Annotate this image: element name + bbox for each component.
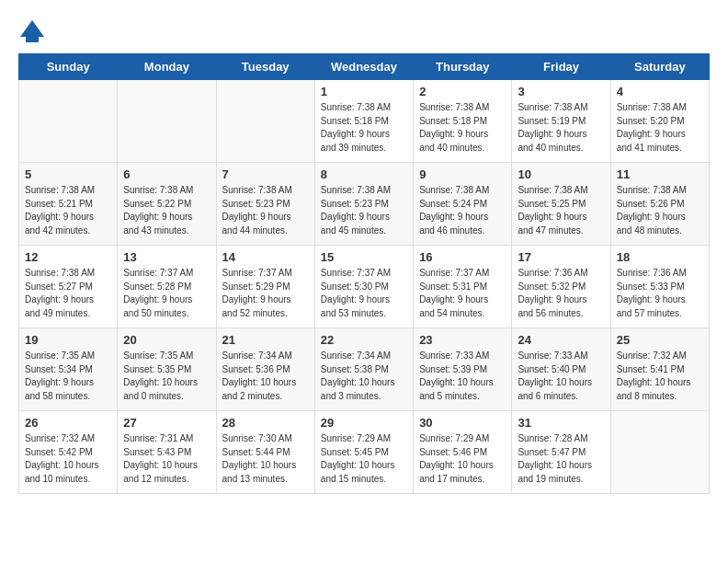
calendar-cell: 27Sunrise: 7:31 AM Sunset: 5:43 PM Dayli…	[118, 411, 216, 494]
calendar-cell: 8Sunrise: 7:38 AM Sunset: 5:23 PM Daylig…	[314, 163, 413, 246]
cell-info: Sunrise: 7:38 AM Sunset: 5:23 PM Dayligh…	[321, 184, 407, 237]
cell-info: Sunrise: 7:35 AM Sunset: 5:35 PM Dayligh…	[123, 350, 210, 403]
week-row-5: 26Sunrise: 7:32 AM Sunset: 5:42 PM Dayli…	[19, 411, 710, 494]
cell-info: Sunrise: 7:38 AM Sunset: 5:22 PM Dayligh…	[123, 184, 210, 237]
day-number: 13	[123, 250, 210, 264]
cell-info: Sunrise: 7:38 AM Sunset: 5:26 PM Dayligh…	[617, 184, 703, 237]
cell-info: Sunrise: 7:32 AM Sunset: 5:41 PM Dayligh…	[617, 350, 703, 403]
cell-info: Sunrise: 7:38 AM Sunset: 5:24 PM Dayligh…	[419, 184, 506, 237]
calendar-cell: 17Sunrise: 7:36 AM Sunset: 5:32 PM Dayli…	[512, 246, 610, 328]
calendar-cell: 9Sunrise: 7:38 AM Sunset: 5:24 PM Daylig…	[414, 163, 512, 246]
header-day-friday: Friday	[512, 54, 610, 80]
cell-info: Sunrise: 7:29 AM Sunset: 5:46 PM Dayligh…	[419, 432, 506, 486]
page-header	[18, 18, 710, 44]
calendar-cell: 12Sunrise: 7:38 AM Sunset: 5:27 PM Dayli…	[19, 246, 118, 328]
calendar-table: SundayMondayTuesdayWednesdayThursdayFrid…	[18, 53, 710, 494]
cell-info: Sunrise: 7:35 AM Sunset: 5:34 PM Dayligh…	[25, 350, 111, 403]
calendar-cell: 7Sunrise: 7:38 AM Sunset: 5:23 PM Daylig…	[216, 163, 314, 246]
day-number: 23	[419, 333, 506, 347]
day-number: 31	[518, 416, 604, 430]
day-number: 7	[222, 167, 309, 181]
day-number: 5	[25, 167, 111, 181]
calendar-cell: 21Sunrise: 7:34 AM Sunset: 5:36 PM Dayli…	[216, 328, 314, 411]
header-day-tuesday: Tuesday	[216, 54, 314, 80]
cell-info: Sunrise: 7:37 AM Sunset: 5:31 PM Dayligh…	[419, 267, 506, 320]
cell-info: Sunrise: 7:36 AM Sunset: 5:33 PM Dayligh…	[617, 267, 703, 320]
calendar-cell: 2Sunrise: 7:38 AM Sunset: 5:18 PM Daylig…	[414, 80, 512, 163]
day-number: 28	[222, 416, 309, 430]
calendar-cell: 28Sunrise: 7:30 AM Sunset: 5:44 PM Dayli…	[216, 411, 314, 494]
calendar-cell: 1Sunrise: 7:38 AM Sunset: 5:18 PM Daylig…	[314, 80, 413, 163]
day-number: 2	[419, 85, 506, 98]
week-row-2: 5Sunrise: 7:38 AM Sunset: 5:21 PM Daylig…	[19, 163, 710, 246]
header-day-monday: Monday	[118, 54, 216, 80]
cell-info: Sunrise: 7:37 AM Sunset: 5:30 PM Dayligh…	[321, 267, 407, 320]
calendar-cell: 26Sunrise: 7:32 AM Sunset: 5:42 PM Dayli…	[19, 411, 118, 494]
cell-info: Sunrise: 7:32 AM Sunset: 5:42 PM Dayligh…	[25, 432, 111, 486]
day-number: 1	[321, 85, 407, 98]
day-number: 16	[419, 250, 506, 264]
cell-info: Sunrise: 7:36 AM Sunset: 5:32 PM Dayligh…	[518, 267, 604, 320]
day-number: 22	[321, 333, 407, 347]
header-row: SundayMondayTuesdayWednesdayThursdayFrid…	[19, 54, 710, 80]
day-number: 24	[518, 333, 604, 347]
calendar-cell	[118, 80, 216, 163]
day-number: 26	[25, 416, 111, 430]
calendar-cell: 18Sunrise: 7:36 AM Sunset: 5:33 PM Dayli…	[610, 246, 709, 328]
calendar-cell: 4Sunrise: 7:38 AM Sunset: 5:20 PM Daylig…	[610, 80, 709, 163]
header-day-sunday: Sunday	[19, 54, 118, 80]
calendar-cell: 22Sunrise: 7:34 AM Sunset: 5:38 PM Dayli…	[314, 328, 413, 411]
calendar-cell: 31Sunrise: 7:28 AM Sunset: 5:47 PM Dayli…	[512, 411, 610, 494]
day-number: 11	[617, 167, 703, 181]
calendar-cell: 25Sunrise: 7:32 AM Sunset: 5:41 PM Dayli…	[610, 328, 709, 411]
cell-info: Sunrise: 7:38 AM Sunset: 5:20 PM Dayligh…	[617, 101, 703, 155]
logo	[18, 18, 50, 44]
cell-info: Sunrise: 7:38 AM Sunset: 5:25 PM Dayligh…	[518, 184, 604, 237]
week-row-1: 1Sunrise: 7:38 AM Sunset: 5:18 PM Daylig…	[19, 80, 710, 163]
calendar-cell: 15Sunrise: 7:37 AM Sunset: 5:30 PM Dayli…	[314, 246, 413, 328]
cell-info: Sunrise: 7:30 AM Sunset: 5:44 PM Dayligh…	[222, 432, 309, 486]
day-number: 15	[321, 250, 407, 264]
day-number: 6	[123, 167, 210, 181]
calendar-cell: 11Sunrise: 7:38 AM Sunset: 5:26 PM Dayli…	[610, 163, 709, 246]
calendar-cell: 14Sunrise: 7:37 AM Sunset: 5:29 PM Dayli…	[216, 246, 314, 328]
week-row-4: 19Sunrise: 7:35 AM Sunset: 5:34 PM Dayli…	[19, 328, 710, 411]
calendar-cell: 19Sunrise: 7:35 AM Sunset: 5:34 PM Dayli…	[19, 328, 118, 411]
cell-info: Sunrise: 7:38 AM Sunset: 5:18 PM Dayligh…	[321, 101, 407, 155]
day-number: 21	[222, 333, 309, 347]
cell-info: Sunrise: 7:38 AM Sunset: 5:19 PM Dayligh…	[518, 101, 604, 155]
calendar-cell: 24Sunrise: 7:33 AM Sunset: 5:40 PM Dayli…	[512, 328, 610, 411]
cell-info: Sunrise: 7:34 AM Sunset: 5:38 PM Dayligh…	[321, 350, 407, 403]
cell-info: Sunrise: 7:38 AM Sunset: 5:27 PM Dayligh…	[25, 267, 111, 320]
day-number: 10	[518, 167, 604, 181]
cell-info: Sunrise: 7:34 AM Sunset: 5:36 PM Dayligh…	[222, 350, 309, 403]
calendar-cell	[610, 411, 709, 494]
day-number: 3	[518, 85, 604, 98]
day-number: 25	[617, 333, 703, 347]
day-number: 30	[419, 416, 506, 430]
calendar-cell	[19, 80, 118, 163]
calendar-cell: 5Sunrise: 7:38 AM Sunset: 5:21 PM Daylig…	[19, 163, 118, 246]
cell-info: Sunrise: 7:33 AM Sunset: 5:39 PM Dayligh…	[419, 350, 506, 403]
cell-info: Sunrise: 7:37 AM Sunset: 5:29 PM Dayligh…	[222, 267, 309, 320]
calendar-cell: 30Sunrise: 7:29 AM Sunset: 5:46 PM Dayli…	[414, 411, 512, 494]
cell-info: Sunrise: 7:29 AM Sunset: 5:45 PM Dayligh…	[321, 432, 407, 486]
day-number: 8	[321, 167, 407, 181]
day-number: 14	[222, 250, 309, 264]
day-number: 19	[25, 333, 111, 347]
day-number: 20	[123, 333, 210, 347]
calendar-cell: 16Sunrise: 7:37 AM Sunset: 5:31 PM Dayli…	[414, 246, 512, 328]
header-day-thursday: Thursday	[414, 54, 512, 80]
cell-info: Sunrise: 7:28 AM Sunset: 5:47 PM Dayligh…	[518, 432, 604, 486]
header-day-wednesday: Wednesday	[314, 54, 413, 80]
calendar-body: 1Sunrise: 7:38 AM Sunset: 5:18 PM Daylig…	[19, 80, 710, 494]
calendar-cell: 29Sunrise: 7:29 AM Sunset: 5:45 PM Dayli…	[314, 411, 413, 494]
calendar-header: SundayMondayTuesdayWednesdayThursdayFrid…	[19, 54, 710, 80]
calendar-cell: 23Sunrise: 7:33 AM Sunset: 5:39 PM Dayli…	[414, 328, 512, 411]
calendar-cell: 13Sunrise: 7:37 AM Sunset: 5:28 PM Dayli…	[118, 246, 216, 328]
day-number: 9	[419, 167, 506, 181]
logo-icon	[18, 18, 46, 44]
calendar-cell: 20Sunrise: 7:35 AM Sunset: 5:35 PM Dayli…	[118, 328, 216, 411]
day-number: 27	[123, 416, 210, 430]
day-number: 29	[321, 416, 407, 430]
